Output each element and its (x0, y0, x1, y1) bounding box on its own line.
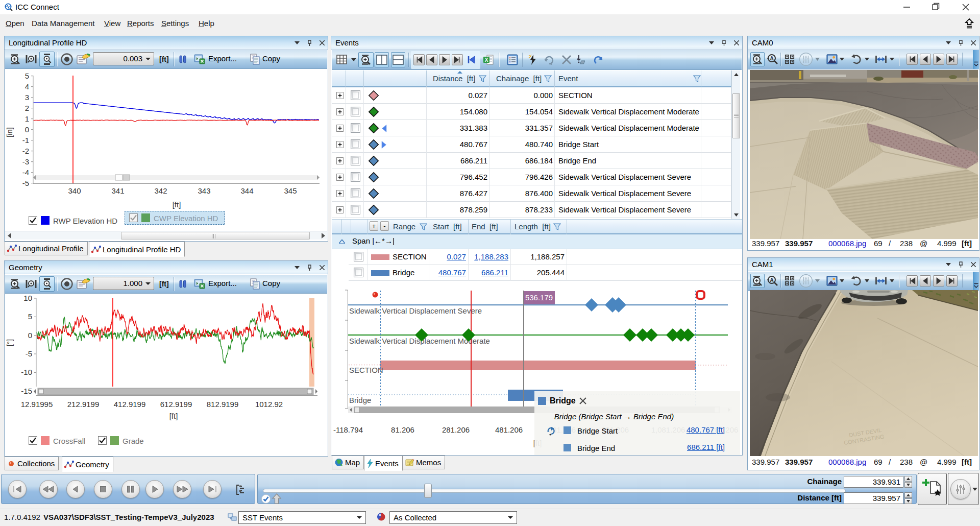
svg-text:A: A (770, 277, 773, 283)
svg-text:412.9199: 412.9199 (114, 400, 146, 409)
svg-text:[°]: [°] (5, 339, 14, 346)
svg-text:10: 10 (23, 294, 32, 302)
svg-text:-5: -5 (22, 179, 29, 187)
svg-text:-1: -1 (22, 136, 29, 145)
svg-text:[ft]: [ft] (173, 200, 181, 209)
svg-text:344: 344 (240, 186, 253, 195)
svg-text:281.206: 281.206 (442, 425, 470, 434)
svg-text:0: 0 (28, 331, 32, 340)
svg-text:1012.92: 1012.92 (255, 400, 283, 409)
svg-text:812.9199: 812.9199 (207, 400, 239, 409)
svg-text:1: 1 (25, 114, 29, 123)
svg-text:341: 341 (111, 186, 124, 195)
svg-text:612.9199: 612.9199 (160, 400, 192, 409)
svg-text:-3: -3 (22, 157, 29, 166)
svg-text:5: 5 (28, 312, 32, 321)
svg-text:A: A (770, 56, 773, 61)
svg-text:481.206: 481.206 (495, 425, 523, 434)
svg-text:-4: -4 (22, 168, 29, 177)
svg-text:2: 2 (25, 104, 29, 112)
svg-text:5: 5 (25, 71, 29, 80)
svg-text:212.9199: 212.9199 (67, 400, 100, 409)
svg-text:340: 340 (68, 186, 81, 195)
svg-text:81.206: 81.206 (391, 425, 414, 434)
svg-text:0: 0 (25, 125, 29, 134)
svg-text:Sidewalk Vertical Displacement: Sidewalk Vertical Displacement Severe (349, 306, 482, 315)
svg-text:SECTION: SECTION (349, 366, 383, 374)
svg-text:343: 343 (198, 186, 210, 195)
svg-text:536.179: 536.179 (525, 293, 553, 302)
svg-text:-5: -5 (26, 349, 32, 358)
svg-text:12.91995: 12.91995 (21, 400, 53, 409)
svg-text:[in]: [in] (5, 127, 14, 137)
svg-text:-118.794: -118.794 (333, 425, 363, 434)
svg-text:3: 3 (25, 93, 29, 102)
svg-text:X: X (485, 57, 488, 63)
svg-text:342: 342 (154, 186, 167, 195)
svg-text:[ft]: [ft] (169, 412, 178, 420)
svg-text:-10: -10 (21, 368, 32, 376)
svg-text:4: 4 (25, 82, 29, 91)
svg-text:345: 345 (284, 186, 297, 195)
svg-text:Bridge: Bridge (349, 396, 371, 404)
svg-text:-2: -2 (22, 147, 29, 155)
svg-text:-15: -15 (21, 387, 32, 395)
